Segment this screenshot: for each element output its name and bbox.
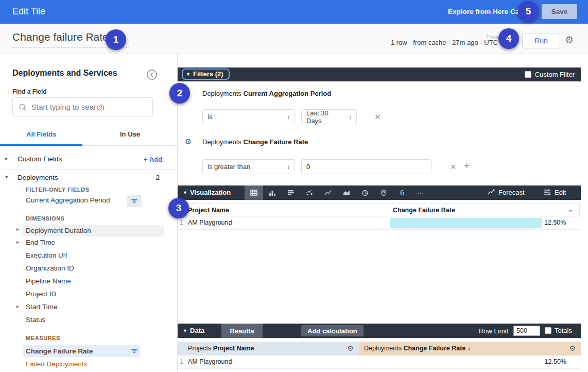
field-label[interactable]: Execution Url [26,251,67,259]
viz-col-project-name[interactable]: Project Name [188,207,229,214]
remove-filter-icon[interactable]: ✕ [374,112,381,122]
project-name-cell[interactable]: AM Playground [188,358,232,365]
custom-filter-toggle[interactable]: Custom Filter [525,71,575,78]
filter-value: Last 30 Days [306,109,345,125]
view-deployments-row[interactable]: ▾ Deployments 2 [0,173,178,186]
caret-right-icon[interactable]: ▸ [16,239,19,245]
viz-scatter-icon[interactable] [300,185,319,200]
search-input[interactable] [31,103,147,111]
viz-single-value-icon[interactable]: 6 [393,185,411,200]
value-cell[interactable]: 12.50% [545,358,566,365]
column-gear-icon[interactable]: ⚙ [569,344,576,352]
viz-pie-icon[interactable] [356,185,374,200]
field-label[interactable]: Organization ID [26,264,74,272]
field-label[interactable]: Status [26,316,45,324]
explore-from-here-link[interactable]: Explore from Here [448,8,508,15]
viz-line-icon[interactable] [319,185,337,200]
measures-header: MEASURES [26,335,60,341]
query-settings-gear-icon[interactable]: ⚙ [565,34,574,46]
field-change-failure-rate[interactable]: Change Failure Rate [0,346,178,359]
field-label[interactable]: End Time [26,239,55,246]
forecast-button[interactable]: Forecast [487,188,525,196]
field-deployment-duration[interactable]: ▸ Deployment Duration [0,226,178,239]
field-start-time[interactable]: ▸ Start Time [0,303,178,316]
visualization-label: Visualization [190,189,231,196]
field-label[interactable]: Project ID [26,290,56,298]
view-label: Deployments [18,174,58,181]
row-number: 1 [178,358,183,365]
field-execution-url[interactable]: Execution Url [0,251,178,264]
filter-active-icon[interactable] [127,195,142,207]
field-project-id[interactable]: Project ID [0,290,178,303]
annotation-badge-1: 1 [106,29,126,50]
visualization-toggle[interactable]: ▾ Visualization [184,189,231,196]
results-tab[interactable]: Results [221,324,263,338]
filter-active-icon[interactable] [127,345,142,357]
totals-label: Totals [555,327,572,334]
filter-operator-select[interactable]: is greater than ↕ [202,159,295,174]
totals-checkbox[interactable] [545,327,551,334]
data-col-change-failure-rate[interactable]: Deployments Change Failure Rate ↓ ⚙ [359,342,581,356]
tab-all-fields[interactable]: All Fields [0,130,82,146]
query-status: 1 row · from cache · 27m ago · UTC [391,39,498,46]
add-filter-icon[interactable]: + [464,160,470,172]
column-header-text: Projects Project Name [188,345,254,352]
filter-operator-select[interactable]: is ↕ [202,109,295,124]
value-cell[interactable]: 12.50% [544,219,566,226]
viz-more-icon[interactable]: ⋯ [411,185,430,200]
filter-value-input[interactable] [301,159,431,174]
column-divider [359,356,359,368]
caret-right-icon[interactable]: ▸ [16,226,19,232]
tab-in-use[interactable]: In Use [82,130,178,146]
field-end-time[interactable]: ▸ End Time [0,239,178,251]
row-limit-input[interactable] [513,326,540,336]
data-table-row[interactable]: 1 AM Playground 12.50% [178,356,581,369]
field-search-box[interactable] [12,97,153,116]
filters-toggle[interactable]: ▾ Filters (2) [182,69,230,80]
field-label[interactable]: Change Failure Rate [26,347,93,355]
caret-down-icon[interactable]: ▾ [5,174,8,180]
field-picker-sidebar: Deployments and Services Find a Field Al… [0,54,178,372]
timezone-value[interactable]: UTC [484,39,498,46]
viz-area-icon[interactable] [337,185,356,200]
remove-filter-icon[interactable]: ✕ [450,162,457,172]
custom-fields-row[interactable]: ▸ Custom Fields + Add [0,154,178,167]
field-organization-id[interactable]: Organization ID [0,264,178,277]
field-current-aggregation-period[interactable]: Current Aggregation Period [0,196,178,209]
field-label[interactable]: Pipeline Name [26,277,71,285]
filters-label: Filters (2) [193,70,223,78]
filter-value-select[interactable]: Last 30 Days ↕ [301,109,357,124]
caret-right-icon[interactable]: ▸ [16,303,19,309]
add-calculation-button[interactable]: Add calculation [301,325,364,336]
data-toggle[interactable]: ▾ Data [184,327,204,334]
viz-table-row[interactable]: 1 AM Playground 12.50% [178,216,581,230]
field-label[interactable]: Deployment Duration [26,227,91,234]
viz-column-icon[interactable] [263,185,282,200]
viz-map-icon[interactable] [374,185,393,200]
column-menu-chevron-down-icon[interactable]: ⌄ [567,205,574,214]
custom-filter-checkbox[interactable] [525,71,531,78]
field-status[interactable]: Status [0,316,178,329]
field-label[interactable]: Start Time [26,303,58,311]
caret-right-icon[interactable]: ▸ [5,155,8,162]
totals-toggle[interactable]: Totals [545,327,572,334]
edit-viz-button[interactable]: Edit [543,188,566,196]
column-divider [388,204,388,216]
run-button[interactable]: Run [522,33,560,48]
viz-bar-icon[interactable] [282,185,300,200]
field-failed-deployments[interactable]: Failed Deployments [0,360,178,372]
column-divider [185,216,186,229]
add-custom-field-button[interactable]: + Add [144,156,162,163]
field-pipeline-name[interactable]: Pipeline Name [0,277,178,290]
save-button[interactable]: Save [542,4,577,19]
filter-view-name: Deployments [202,138,241,146]
project-name-cell[interactable]: AM Playground [188,219,232,226]
field-label[interactable]: Current Aggregation Period [26,196,110,204]
field-label[interactable]: Failed Deployments [26,360,87,368]
data-col-project-name[interactable]: Projects Project Name ⚙ [178,342,359,356]
viz-table-icon[interactable] [245,185,263,200]
column-gear-icon[interactable]: ⚙ [347,344,354,352]
filter-gear-icon[interactable]: ⚙ [185,137,192,146]
collapse-sidebar-icon[interactable] [146,69,158,80]
viz-col-change-failure-rate[interactable]: Change Failure Rate [393,207,455,214]
